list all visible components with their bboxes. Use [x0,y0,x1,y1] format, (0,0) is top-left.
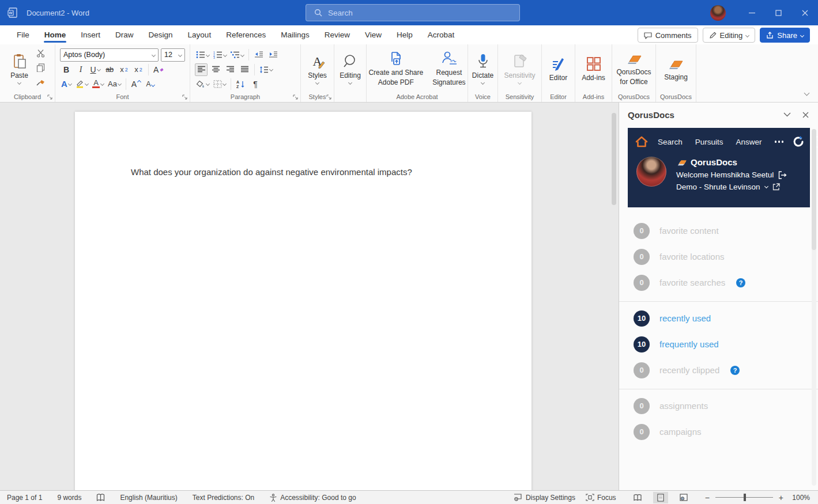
font-name-combobox[interactable]: Aptos (Body) [60,48,159,62]
format-painter-button[interactable] [35,76,47,89]
chevron-down-icon[interactable] [764,184,768,188]
create-share-adobe-pdf-button[interactable]: Create and Share Adobe PDF [365,48,426,87]
tab-help[interactable]: Help [389,26,420,43]
align-center-button[interactable] [209,63,222,76]
tab-acrobat[interactable]: Acrobat [420,26,462,43]
tab-draw[interactable]: Draw [108,26,141,43]
read-mode-view-button[interactable] [630,492,645,503]
account-selector[interactable]: Demo - Shrute Levinson [676,183,760,191]
editor-button[interactable]: Editor [546,54,570,82]
list-item-recently-used[interactable]: 10 recently used [619,305,818,331]
decrease-indent-button[interactable] [252,48,265,61]
numbering-button[interactable]: 123 [212,48,228,61]
maximize-button[interactable] [765,0,791,25]
zoom-slider[interactable] [715,497,773,498]
tab-insert[interactable]: Insert [73,26,108,43]
styles-button[interactable]: A Styles [305,51,330,85]
sort-button[interactable]: AZ [235,78,247,90]
subscript-button[interactable]: x2 [118,63,130,76]
comments-button[interactable]: Comments [638,28,698,43]
qorusdocs-for-office-button[interactable]: QorusDocs for Office [613,49,654,86]
font-color-button[interactable]: A [91,78,105,90]
tab-references[interactable]: References [218,26,273,43]
clipboard-dialog-launcher-icon[interactable] [47,94,52,100]
panel-nav-pursuits[interactable]: Pursuits [695,138,723,146]
cut-button[interactable] [35,47,47,60]
help-badge-icon[interactable]: ? [736,278,745,287]
underline-button[interactable]: U [89,63,101,76]
document-text[interactable]: What does your organization do against n… [131,167,412,177]
justify-button[interactable] [238,63,251,76]
panel-chevron-down-icon[interactable] [783,112,791,117]
align-left-button[interactable] [195,63,208,76]
addins-button[interactable]: Add-ins [579,54,608,82]
editing-button[interactable]: Editing [337,51,364,85]
minimize-button[interactable] [738,0,765,25]
zoom-in-button[interactable]: + [779,493,783,502]
show-paragraph-marks-button[interactable]: ¶ [249,78,262,90]
text-highlight-button[interactable] [74,78,89,90]
tab-design[interactable]: Design [141,26,180,43]
tab-mailings[interactable]: Mailings [273,26,317,43]
page-indicator[interactable]: Page 1 of 1 [7,494,42,502]
focus-button[interactable]: Focus [586,494,616,502]
tab-layout[interactable]: Layout [180,26,219,43]
zoom-out-button[interactable]: − [705,493,710,502]
font-dialog-launcher-icon[interactable] [182,94,187,100]
home-icon[interactable] [635,135,649,148]
titlebar-search-input[interactable]: Search [306,4,520,21]
accessibility-status[interactable]: Accessibility: Good to go [269,494,356,502]
external-link-icon[interactable] [772,183,780,191]
sync-icon[interactable] [791,135,805,149]
tab-file[interactable]: File [9,26,37,43]
document-page[interactable]: What does your organization do against n… [75,112,531,490]
zoom-slider-thumb[interactable] [744,494,746,501]
share-button[interactable]: Share [760,28,810,43]
document-scrollbar[interactable] [610,105,617,488]
editing-mode-dropdown[interactable]: Editing [703,28,756,43]
align-right-button[interactable] [224,63,236,76]
user-avatar[interactable] [710,5,726,21]
multilevel-list-button[interactable] [229,48,245,61]
shrink-font-button[interactable]: A [144,78,157,90]
staging-button[interactable]: Staging [661,54,691,82]
language-indicator[interactable]: English (Mauritius) [120,494,177,502]
superscript-button[interactable]: x2 [132,63,145,76]
tab-review[interactable]: Review [317,26,357,43]
borders-button[interactable] [212,78,227,90]
paste-button[interactable]: Paste [7,51,31,85]
change-case-button[interactable]: Aa [107,78,122,90]
panel-close-icon[interactable] [802,112,809,118]
web-layout-view-button[interactable] [676,492,691,503]
collapse-ribbon-icon[interactable] [805,87,809,97]
styles-dialog-launcher-icon[interactable] [326,94,331,100]
bullets-button[interactable] [195,48,210,61]
word-app-icon[interactable] [7,7,18,18]
zoom-level[interactable]: 100% [789,494,810,502]
increase-indent-button[interactable] [267,48,280,61]
copy-button[interactable] [35,62,47,74]
strikethrough-button[interactable]: ab [103,63,116,76]
tab-home[interactable]: Home [37,26,74,43]
text-predictions[interactable]: Text Predictions: On [193,494,254,502]
word-count[interactable]: 9 words [57,494,81,502]
clear-formatting-button[interactable]: A [152,63,165,76]
text-effects-button[interactable]: A [60,78,73,90]
list-item-frequently-used[interactable]: 10 frequently used [619,331,818,357]
panel-nav-answer[interactable]: Answer [736,138,762,146]
bold-button[interactable]: B [60,63,73,76]
print-layout-view-button[interactable] [653,492,668,503]
tab-view[interactable]: View [357,26,389,43]
dictate-button[interactable]: Dictate [469,51,496,85]
panel-nav-search[interactable]: Search [658,138,683,146]
request-signatures-button[interactable]: x Request Signatures [429,48,468,87]
panel-user-avatar[interactable] [636,157,666,187]
proofing-icon[interactable] [96,494,105,502]
help-badge-icon[interactable]: ? [730,366,740,375]
display-settings-button[interactable]: Display Settings [514,494,575,502]
grow-font-button[interactable]: A [130,78,142,90]
logout-icon[interactable] [778,171,787,179]
panel-scrollbar[interactable] [812,129,816,486]
line-spacing-button[interactable] [258,63,274,76]
shading-button[interactable] [195,78,210,90]
